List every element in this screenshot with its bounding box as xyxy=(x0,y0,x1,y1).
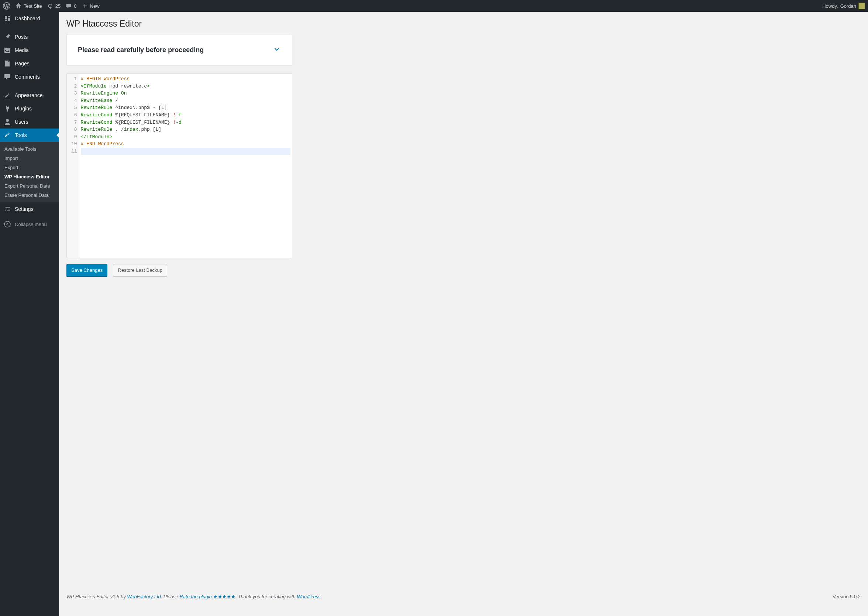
sidebar-item-label: Users xyxy=(15,119,28,125)
media-icon xyxy=(4,47,11,54)
line-number: 5 xyxy=(71,104,77,112)
sidebar-item-label: Media xyxy=(15,47,29,53)
line-number: 3 xyxy=(71,90,77,97)
sidebar-item-posts[interactable]: Posts xyxy=(0,30,59,44)
comments-icon xyxy=(4,73,11,80)
sidebar-item-plugins[interactable]: Plugins xyxy=(0,102,59,115)
code-line[interactable]: </IfModule> xyxy=(81,133,290,141)
pages-icon xyxy=(4,60,11,67)
line-number: 4 xyxy=(71,97,77,105)
tools-icon xyxy=(4,132,11,139)
notice-heading: Please read carefully before proceeding xyxy=(78,46,204,54)
updates-icon xyxy=(47,3,53,9)
code-line[interactable]: RewriteEngine On xyxy=(81,90,290,97)
line-number: 1 xyxy=(71,75,77,83)
sidebar-item-pages[interactable]: Pages xyxy=(0,57,59,70)
sidebar-item-label: Pages xyxy=(15,61,30,66)
footer-text: WP Htaccess Editor v1.5 by WebFactory Lt… xyxy=(66,594,322,599)
line-number: 6 xyxy=(71,112,77,119)
admin-bar: Test Site 25 0 New Howdy, Gordan xyxy=(0,0,868,12)
sidebar-item-media[interactable]: Media xyxy=(0,44,59,57)
plus-icon xyxy=(82,3,88,9)
notice-panel: Please read carefully before proceeding xyxy=(66,35,292,65)
comments-icon xyxy=(66,3,72,9)
line-number: 11 xyxy=(71,148,77,155)
home-icon xyxy=(16,3,21,9)
sidebar-subitem-export-personal[interactable]: Export Personal Data xyxy=(0,181,59,190)
line-number: 8 xyxy=(71,126,77,133)
sidebar-item-dashboard[interactable]: Dashboard xyxy=(0,12,59,25)
htaccess-editor[interactable]: 1234567891011 # BEGIN WordPress<IfModule… xyxy=(66,74,292,258)
avatar xyxy=(859,3,865,9)
sidebar-subitem-import[interactable]: Import xyxy=(0,154,59,163)
editor-gutter: 1234567891011 xyxy=(67,74,79,258)
pin-icon xyxy=(4,33,11,41)
users-icon xyxy=(4,118,11,126)
code-line[interactable]: RewriteRule . /index.php [L] xyxy=(81,126,290,133)
sidebar-item-label: Appearance xyxy=(15,92,43,98)
sidebar-item-appearance[interactable]: Appearance xyxy=(0,89,59,102)
new-link[interactable]: New xyxy=(82,3,100,9)
site-name: Test Site xyxy=(24,3,42,9)
code-line[interactable]: # END WordPress xyxy=(81,140,290,148)
appearance-icon xyxy=(4,91,11,99)
code-line[interactable]: # BEGIN WordPress xyxy=(81,75,290,83)
user-menu[interactable]: Howdy, Gordan xyxy=(822,3,865,9)
footer-version: Version 5.0.2 xyxy=(833,594,861,599)
plugins-icon xyxy=(4,105,11,112)
admin-menu: DashboardPostsMediaPagesCommentsAppearan… xyxy=(0,12,59,616)
footer: WP Htaccess Editor v1.5 by WebFactory Lt… xyxy=(66,586,861,601)
code-line[interactable]: RewriteCond %{REQUEST_FILENAME} !-f xyxy=(81,112,290,119)
sidebar-subitem-available-tools[interactable]: Available Tools xyxy=(0,145,59,154)
updates-link[interactable]: 25 xyxy=(47,3,61,9)
code-line[interactable]: RewriteRule ^index\.php$ - [L] xyxy=(81,104,290,112)
code-line[interactable] xyxy=(81,148,290,155)
comments-count: 0 xyxy=(74,3,77,9)
save-button[interactable]: Save Changes xyxy=(66,264,107,277)
sidebar-item-comments[interactable]: Comments xyxy=(0,70,59,83)
sidebar-submenu-tools: Available ToolsImportExportWP Htaccess E… xyxy=(0,142,59,203)
user-name: Gordan xyxy=(840,3,856,9)
footer-wp-link[interactable]: WordPress xyxy=(297,594,320,599)
sidebar-item-settings[interactable]: Settings xyxy=(0,203,59,216)
restore-button[interactable]: Restore Last Backup xyxy=(113,264,167,277)
footer-author-link[interactable]: WebFactory Ltd xyxy=(127,594,161,599)
line-number: 7 xyxy=(71,119,77,126)
line-number: 10 xyxy=(71,140,77,148)
sidebar-item-label: Settings xyxy=(15,206,34,212)
chevron-down-icon xyxy=(273,46,281,55)
svg-point-0 xyxy=(5,221,10,227)
sidebar-item-label: Posts xyxy=(15,34,28,40)
sidebar-item-label: Tools xyxy=(15,132,27,138)
line-number: 2 xyxy=(71,83,77,90)
page-title: WP Htaccess Editor xyxy=(66,16,861,30)
code-line[interactable]: RewriteCond %{REQUEST_FILENAME} !-d xyxy=(81,119,290,126)
sidebar-subitem-export[interactable]: Export xyxy=(0,163,59,172)
updates-count: 25 xyxy=(55,3,61,9)
sidebar-item-label: Dashboard xyxy=(15,16,40,21)
sidebar-item-label: Comments xyxy=(15,74,40,80)
code-line[interactable]: <IfModule mod_rewrite.c> xyxy=(81,83,290,90)
notice-panel-toggle[interactable]: Please read carefully before proceeding xyxy=(67,35,292,65)
sidebar-item-users[interactable]: Users xyxy=(0,115,59,129)
content-area: WP Htaccess Editor Please read carefully… xyxy=(59,12,868,616)
howdy-prefix: Howdy, xyxy=(822,3,838,9)
collapse-icon xyxy=(4,220,11,228)
collapse-menu-button[interactable]: Collapse menu xyxy=(0,217,59,231)
comments-link[interactable]: 0 xyxy=(66,3,77,9)
code-line[interactable]: RewriteBase / xyxy=(81,97,290,105)
site-link[interactable]: Test Site xyxy=(16,3,42,9)
line-number: 9 xyxy=(71,133,77,141)
footer-rate-link[interactable]: Rate the plugin ★★★★★ xyxy=(179,594,235,599)
sidebar-subitem-htaccess-editor[interactable]: WP Htaccess Editor xyxy=(0,172,59,181)
wp-logo[interactable] xyxy=(3,2,10,9)
sidebar-item-tools[interactable]: Tools xyxy=(0,129,59,142)
new-label: New xyxy=(90,3,100,9)
dashboard-icon xyxy=(4,15,11,22)
sidebar-subitem-erase-personal[interactable]: Erase Personal Data xyxy=(0,190,59,200)
sidebar-item-label: Plugins xyxy=(15,105,32,112)
editor-code[interactable]: # BEGIN WordPress<IfModule mod_rewrite.c… xyxy=(79,74,292,258)
settings-icon xyxy=(4,205,11,213)
